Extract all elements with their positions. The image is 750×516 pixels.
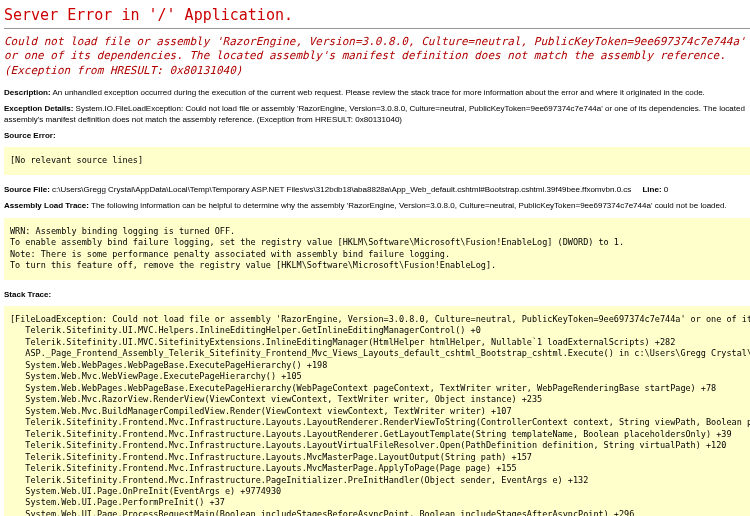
assembly-trace-text: The following information can be helpful… (91, 201, 727, 210)
source-file-row: Source File: c:\Users\Gregg Crystal\AppD… (4, 185, 750, 195)
error-headline: Could not load file or assembly 'RazorEn… (4, 35, 750, 78)
page-title: Server Error in '/' Application. (4, 6, 750, 29)
stack-trace-block: [FileLoadException: Could not load file … (4, 306, 750, 516)
source-file-label: Source File: (4, 185, 50, 194)
exception-label: Exception Details: (4, 104, 73, 113)
description-row: Description: An unhandled exception occu… (4, 88, 750, 98)
description-text: An unhandled exception occurred during t… (52, 88, 704, 97)
description-label: Description: (4, 88, 51, 97)
assembly-trace-row: Assembly Load Trace: The following infor… (4, 201, 750, 211)
source-file-text: c:\Users\Gregg Crystal\AppData\Local\Tem… (52, 185, 631, 194)
exception-row: Exception Details: System.IO.FileLoadExc… (4, 104, 750, 125)
assembly-block: WRN: Assembly binding logging is turned … (4, 218, 750, 280)
line-label: Line: (642, 185, 661, 194)
exception-text: System.IO.FileLoadException: Could not l… (4, 104, 745, 123)
source-error-row: Source Error: (4, 131, 750, 141)
source-error-label: Source Error: (4, 131, 56, 140)
line-value: 0 (664, 185, 668, 194)
stack-trace-label: Stack Trace: (4, 290, 51, 299)
source-error-block: [No relevant source lines] (4, 147, 750, 174)
stack-trace-row: Stack Trace: (4, 290, 750, 300)
assembly-trace-label: Assembly Load Trace: (4, 201, 89, 210)
